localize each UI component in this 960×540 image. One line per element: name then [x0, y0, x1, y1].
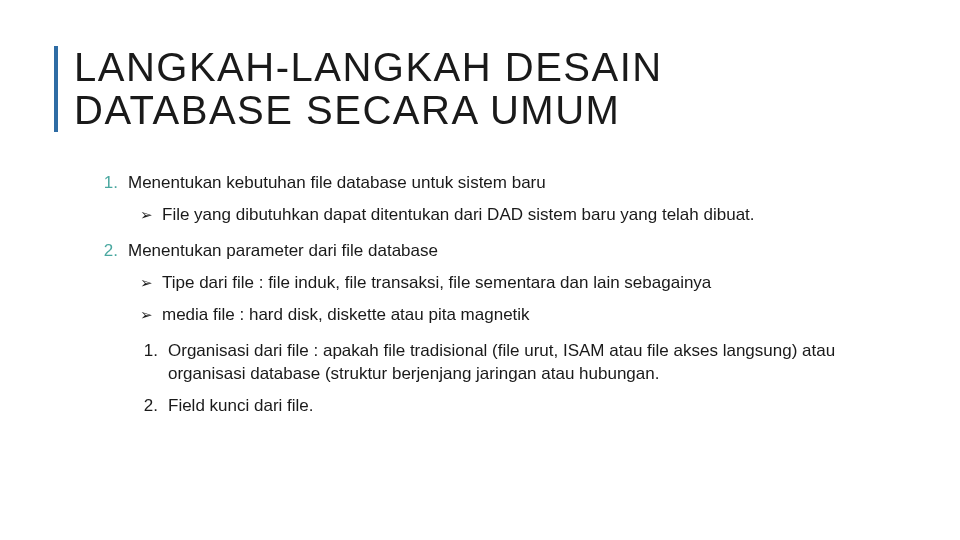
- slide-title: LANGKAH-LANGKAH DESAIN DATABASE SECARA U…: [74, 46, 663, 132]
- list-text: media file : hard disk, diskette atau pi…: [162, 304, 900, 326]
- list-item: ➢ Tipe dari file : file induk, file tran…: [100, 272, 900, 294]
- list-marker: 2.: [140, 395, 168, 417]
- bullet-arrow-icon: ➢: [140, 272, 162, 294]
- list-text: Menentukan parameter dari file database: [128, 240, 900, 262]
- title-line-2: DATABASE SECARA UMUM: [74, 88, 620, 132]
- slide-body: 1. Menentukan kebutuhan file database un…: [100, 172, 900, 429]
- list-text: Field kunci dari file.: [168, 395, 900, 417]
- list-text: Organisasi dari file : apakah file tradi…: [168, 340, 900, 384]
- list-marker: 2.: [100, 240, 128, 262]
- list-text: Tipe dari file : file induk, file transa…: [162, 272, 900, 294]
- slide-title-block: LANGKAH-LANGKAH DESAIN DATABASE SECARA U…: [54, 46, 663, 132]
- bullet-arrow-icon: ➢: [140, 204, 162, 226]
- list-marker: 1.: [140, 340, 168, 384]
- title-line-1: LANGKAH-LANGKAH DESAIN: [74, 45, 663, 89]
- list-item: 1. Organisasi dari file : apakah file tr…: [100, 340, 900, 384]
- list-text: Menentukan kebutuhan file database untuk…: [128, 172, 900, 194]
- list-item: ➢ File yang dibutuhkan dapat ditentukan …: [100, 204, 900, 226]
- list-marker: 1.: [100, 172, 128, 194]
- list-item: 1. Menentukan kebutuhan file database un…: [100, 172, 900, 194]
- list-item: 2. Field kunci dari file.: [100, 395, 900, 417]
- title-accent-bar: [54, 46, 58, 132]
- list-item: ➢ media file : hard disk, diskette atau …: [100, 304, 900, 326]
- list-item: 2. Menentukan parameter dari file databa…: [100, 240, 900, 262]
- bullet-arrow-icon: ➢: [140, 304, 162, 326]
- list-text: File yang dibutuhkan dapat ditentukan da…: [162, 204, 900, 226]
